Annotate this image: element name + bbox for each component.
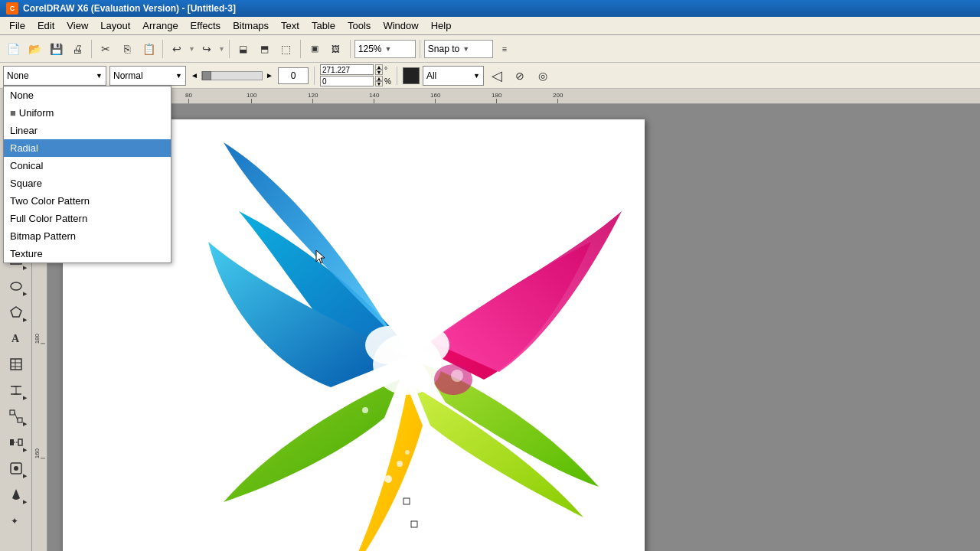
fill-option-linear[interactable]: Linear	[4, 122, 171, 139]
fill-option-full-color[interactable]: Full Color Pattern	[4, 210, 171, 227]
coord-x-down[interactable]: ▼	[375, 70, 383, 75]
text-tool[interactable]: A	[4, 326, 28, 350]
texture-label: Texture	[10, 248, 43, 259]
svg-rect-28	[10, 439, 14, 445]
coord-x-row: ▲ ▼ °	[320, 64, 391, 76]
publish-button[interactable]: ⬚	[276, 39, 296, 59]
uniform-label: Uniform	[19, 107, 54, 119]
coord-y-up[interactable]: ▲	[375, 76, 383, 81]
flower-illustration[interactable]	[162, 104, 652, 551]
open-button[interactable]: 📂	[24, 39, 44, 59]
fill-tool[interactable]: ▶	[4, 482, 28, 507]
redo-button[interactable]: ↪	[197, 39, 217, 59]
fill-option-radial[interactable]: Radial	[4, 139, 171, 157]
snap-dropdown[interactable]: Snap to ▼	[424, 40, 493, 58]
print-button[interactable]: 🖨	[67, 39, 87, 59]
separator-5	[350, 40, 351, 58]
table-tool[interactable]	[4, 352, 28, 377]
menu-edit[interactable]: Edit	[31, 18, 60, 33]
menu-view[interactable]: View	[60, 18, 94, 33]
coord-x-spinner: ▲ ▼	[375, 64, 383, 75]
prev-button[interactable]: ◁	[487, 66, 507, 86]
options-button[interactable]: ≡	[495, 39, 514, 59]
ellipse-tool[interactable]: ▶	[4, 274, 28, 298]
fill-option-none[interactable]: None	[4, 86, 171, 104]
coord-y-row: ▲ ▼ %	[320, 76, 391, 87]
blend-mode-value: Normal	[113, 70, 143, 81]
menu-layout[interactable]: Layout	[94, 18, 136, 33]
slider-thumb[interactable]	[202, 71, 211, 80]
leaf-green-bottom-left	[224, 380, 400, 502]
eyedropper-tool[interactable]: ▶	[4, 456, 28, 481]
menu-bar: File Edit View Layout Arrange Effects Bi…	[0, 17, 980, 35]
bitmap-button[interactable]: 🖼	[326, 39, 346, 59]
ruler-h-160: 160	[430, 92, 440, 103]
radial-label: Radial	[10, 142, 38, 154]
fill-option-square[interactable]: Square	[4, 174, 171, 192]
menu-text[interactable]: Text	[275, 18, 305, 33]
coord-x-up[interactable]: ▲	[375, 64, 383, 70]
menu-table[interactable]: Table	[305, 18, 341, 33]
fill-type-selected: None	[7, 70, 29, 81]
zoom-dropdown[interactable]: 125% ▼	[354, 40, 416, 58]
coordinates-box: ▲ ▼ ° ▲ ▼ %	[320, 64, 391, 87]
coord-x-input[interactable]	[320, 64, 374, 75]
coord-y-down[interactable]: ▼	[375, 81, 383, 86]
all-label: All	[426, 70, 436, 81]
next-button[interactable]: ⊘	[510, 66, 530, 86]
menu-file[interactable]: File	[3, 18, 31, 33]
fill-type-dropdown[interactable]: None ▼	[3, 66, 106, 86]
bitmap-label: Bitmap Pattern	[10, 230, 76, 242]
undo-button[interactable]: ↩	[167, 39, 187, 59]
import-button[interactable]: ⬓	[234, 39, 253, 59]
ruler-v-180: 180	[34, 334, 45, 344]
blend-tool[interactable]: ▶	[4, 430, 28, 455]
menu-window[interactable]: Window	[377, 18, 424, 33]
slider-track[interactable]	[201, 71, 263, 80]
menu-tools[interactable]: Tools	[341, 18, 377, 33]
interactive-tool[interactable]: ✦	[4, 508, 28, 533]
svg-text:✦: ✦	[11, 516, 18, 527]
coord-degree-icon: °	[384, 66, 387, 74]
svg-rect-25	[10, 410, 15, 415]
fill-option-two-color[interactable]: Two Color Pattern	[4, 192, 171, 210]
connector-tool[interactable]: ▶	[4, 404, 28, 429]
export-button[interactable]: ⬒	[255, 39, 275, 59]
menu-effects[interactable]: Effects	[185, 18, 227, 33]
separator-1	[91, 40, 92, 58]
parallel-measure-tool[interactable]: ▶	[4, 378, 28, 403]
fill-color-button[interactable]: ▣	[305, 39, 325, 59]
copy-button[interactable]: ⎘	[117, 39, 137, 59]
save-button[interactable]: 💾	[46, 39, 66, 59]
swatch-black[interactable]	[403, 67, 420, 84]
fill-option-uniform[interactable]: ■ Uniform	[4, 104, 171, 122]
blend-mode-dropdown[interactable]: Normal ▼	[109, 66, 186, 86]
coord-y-input[interactable]	[320, 76, 374, 86]
two-color-label: Two Color Pattern	[10, 195, 90, 207]
slider-right-arrow[interactable]: ►	[264, 70, 275, 81]
slider-left-arrow[interactable]: ◄	[189, 70, 200, 81]
slider-value-input[interactable]: 0	[278, 67, 309, 84]
zoom-arrow: ▼	[385, 45, 392, 53]
ruler-v-160: 160	[34, 448, 45, 458]
ruler-h-180: 180	[492, 92, 501, 103]
cut-button[interactable]: ✂	[96, 39, 116, 59]
all-dropdown[interactable]: All ▼	[423, 66, 484, 86]
ruler-h-80: 80	[185, 92, 192, 103]
menu-bitmaps[interactable]: Bitmaps	[227, 18, 275, 33]
selection-handle-1	[403, 498, 410, 504]
menu-arrange[interactable]: Arrange	[136, 18, 184, 33]
fill-option-conical[interactable]: Conical	[4, 157, 171, 174]
fill-option-bitmap[interactable]: Bitmap Pattern	[4, 227, 171, 245]
fill-dropdown-arrow: ▼	[96, 72, 103, 80]
zoom-value: 125%	[358, 44, 382, 54]
blend-mode-arrow: ▼	[175, 72, 182, 80]
menu-help[interactable]: Help	[425, 18, 458, 33]
fill-option-texture[interactable]: Texture	[4, 245, 171, 262]
title-bar: C CorelDRAW X6 (Evaluation Version) - [U…	[0, 0, 980, 17]
paste-button[interactable]: 📋	[139, 39, 158, 59]
polygon-tool[interactable]: ▶	[4, 300, 28, 324]
new-button[interactable]: 📄	[3, 39, 23, 59]
ruler-h-140: 140	[369, 92, 379, 103]
edit-button[interactable]: ◎	[533, 66, 553, 86]
